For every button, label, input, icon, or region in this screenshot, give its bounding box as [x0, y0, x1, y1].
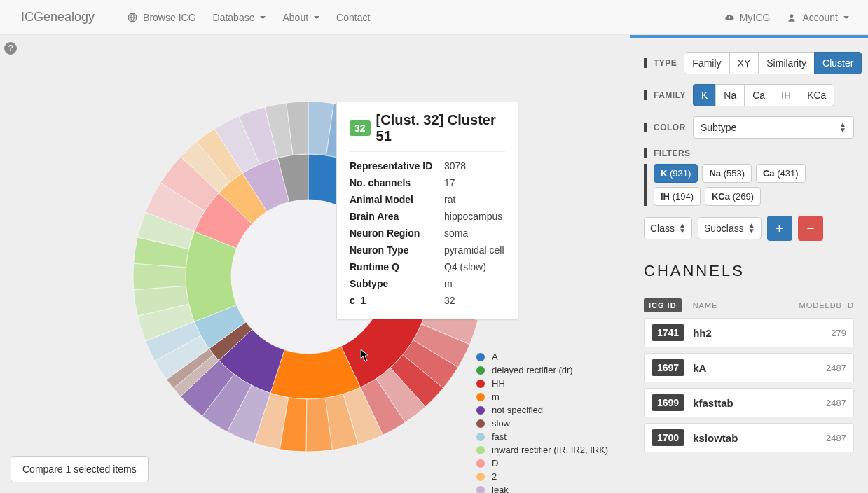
tooltip-row: No. channels17 [350, 174, 505, 191]
legend-dot-icon [476, 433, 485, 441]
nav-contact-label: Contact [336, 12, 370, 23]
channel-row[interactable]: 1741hh2279 [644, 318, 854, 347]
divider [350, 151, 505, 152]
class-select[interactable]: Class ▲▼ [644, 217, 692, 239]
filter-chips: K (931)Na (553)Ca (431)IH (194)KCa (269) [644, 164, 854, 206]
type-option-cluster[interactable]: Cluster [814, 52, 862, 74]
tooltip-row: c_132 [350, 292, 505, 309]
channel-modeldb-id: 2487 [826, 398, 846, 408]
legend-item[interactable]: delayed rectifier (dr) [476, 363, 608, 377]
filter-chip-ca[interactable]: Ca (431) [756, 164, 806, 183]
visualization-area: 32 [Clust. 32] Cluster 51 Representative… [0, 35, 630, 493]
color-select[interactable]: Subtype ▲▼ [693, 116, 854, 139]
legend-label: 2 [492, 471, 497, 482]
legend-dot-icon [476, 419, 485, 428]
family-option-k[interactable]: K [693, 84, 716, 106]
legend-dot-icon [476, 406, 485, 415]
tooltip-key: c_1 [350, 295, 444, 306]
channel-id: 1697 [652, 359, 684, 376]
channels-title: Channels [644, 262, 854, 280]
filter-chip-na[interactable]: Na (553) [702, 164, 752, 183]
remove-filter-button[interactable]: − [798, 216, 823, 241]
family-option-ca[interactable]: Ca [744, 84, 773, 106]
family-option-na[interactable]: Na [715, 84, 745, 106]
channels-header: ICG ID Name ModelDB ID [644, 293, 854, 318]
nav-account[interactable]: Account [778, 1, 857, 34]
filter-selects-row: Class ▲▼ Subclass ▲▼ + − [644, 216, 854, 241]
channel-id: 1699 [652, 394, 684, 411]
brand[interactable]: ICGenealogy [11, 0, 105, 35]
channel-name: hh2 [693, 327, 822, 339]
subclass-select-label: Subclass [704, 223, 744, 234]
channel-modeldb-id: 2487 [826, 433, 846, 443]
tooltip-title: [Clust. 32] Cluster 51 [376, 112, 505, 144]
legend-item[interactable]: fast [476, 430, 608, 443]
nav-database[interactable]: Database [205, 1, 275, 34]
filter-chip-kca[interactable]: KCa (269) [705, 187, 761, 206]
legend-label: m [492, 391, 500, 402]
legend-item[interactable]: A [476, 350, 608, 363]
legend-item[interactable]: not specified [476, 403, 608, 417]
subclass-select[interactable]: Subclass ▲▼ [698, 217, 762, 239]
filter-chip-k[interactable]: K (931) [654, 164, 698, 183]
channel-name: kA [693, 362, 818, 374]
legend-dot-icon [476, 393, 485, 401]
type-option-xy[interactable]: XY [729, 52, 759, 74]
color-select-value: Subtype [701, 122, 736, 133]
cloud-upload-icon [724, 13, 734, 22]
legend-item[interactable]: slow [476, 417, 608, 430]
chevron-down-icon [843, 16, 849, 19]
legend-item[interactable]: leak [476, 483, 608, 493]
nav-about-label: About [282, 12, 308, 23]
compare-button[interactable]: Compare 1 selected items [11, 456, 149, 482]
navbar: ICGenealogy Browse ICG Database About Co… [0, 0, 868, 35]
type-option-family[interactable]: Family [684, 52, 729, 74]
nav-about[interactable]: About [274, 1, 328, 34]
family-control: Family KNaCaIHKCa [644, 84, 854, 106]
tooltip-row: Runtime QQ4 (slow) [350, 258, 505, 275]
legend-dot-icon [476, 486, 485, 494]
nav-myicg-label: MyICG [740, 12, 771, 23]
family-option-ih[interactable]: IH [773, 84, 799, 106]
channel-row[interactable]: 1697kA2487 [644, 353, 854, 382]
tooltip-val: rat [444, 194, 455, 205]
nav-browse[interactable]: Browse ICG [119, 1, 204, 34]
channel-row[interactable]: 1700kslowtab2487 [644, 423, 854, 452]
tooltip-key: Subtype [350, 278, 444, 289]
legend-label: leak [492, 485, 509, 493]
legend-dot-icon [476, 380, 485, 388]
chevron-down-icon [314, 16, 319, 19]
globe-icon [128, 13, 137, 22]
channels-header-name: Name [693, 301, 792, 310]
legend-label: HH [492, 378, 505, 389]
chevron-down-icon [260, 16, 266, 19]
type-button-group: FamilyXYSimilarityCluster [684, 52, 862, 74]
type-label: Type [644, 58, 677, 68]
legend-item[interactable]: D [476, 457, 608, 470]
legend-item[interactable]: HH [476, 377, 608, 390]
tooltip-row: Neuron Regionsoma [350, 225, 505, 242]
legend-item[interactable]: m [476, 390, 608, 403]
tooltip-header: 32 [Clust. 32] Cluster 51 [350, 112, 505, 144]
family-option-kca[interactable]: KCa [799, 84, 834, 106]
tooltip-val: soma [444, 228, 468, 239]
channel-row[interactable]: 1699kfasttab2487 [644, 388, 854, 417]
channel-id: 1741 [652, 324, 684, 341]
filter-chip-ih[interactable]: IH (194) [654, 187, 701, 206]
tooltip-val: hippocampus [444, 211, 502, 222]
channels-list: 1741hh22791697kA24871699kfasttab24871700… [644, 318, 854, 452]
nav-myicg[interactable]: MyICG [716, 1, 779, 34]
nav-contact[interactable]: Contact [328, 1, 378, 34]
tooltip-body: Representative ID3078No. channels17Anima… [350, 158, 505, 309]
filters-label: Filters [644, 148, 854, 158]
legend-item[interactable]: inward rectifier (IR, IR2, IRK) [476, 443, 608, 457]
tooltip-key: Runtime Q [350, 261, 444, 272]
legend-item[interactable]: 2 [476, 470, 608, 483]
select-arrows-icon: ▲▼ [679, 223, 686, 234]
color-label: Color [644, 123, 686, 132]
tooltip-row: Neuron Typepyramidal cell [350, 242, 505, 258]
type-option-similarity[interactable]: Similarity [758, 52, 815, 74]
legend-label: slow [492, 418, 510, 429]
class-select-label: Class [650, 223, 675, 234]
add-filter-button[interactable]: + [767, 216, 792, 241]
